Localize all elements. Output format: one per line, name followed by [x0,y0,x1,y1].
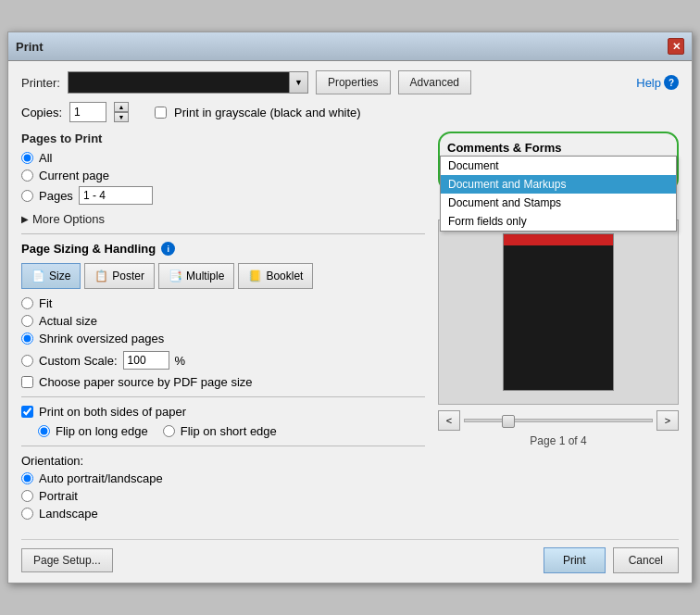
multiple-button[interactable]: 📑 Multiple [158,263,234,289]
landscape-label: Landscape [39,507,98,521]
grayscale-label: Print in grayscale (black and white) [174,106,361,119]
cancel-button[interactable]: Cancel [613,547,679,573]
copies-down[interactable]: ▼ [114,112,129,122]
grayscale-checkbox[interactable] [155,107,167,119]
actual-size-label: Actual size [39,314,97,328]
custom-scale-radio[interactable] [21,355,33,367]
landscape-radio[interactable] [21,508,33,520]
poster-button[interactable]: 📋 Poster [84,263,155,289]
preview-page [503,233,614,391]
pages-radio[interactable] [21,190,33,202]
actual-size-radio[interactable] [21,315,33,327]
copies-spinner: ▲ ▼ [114,102,129,122]
auto-orientation-label: Auto portrait/landscape [39,471,163,485]
properties-button[interactable]: Properties [316,70,391,94]
flip-long-label: Flip on long edge [56,424,148,438]
comments-forms-title: Comments & Forms [447,141,669,155]
print-button[interactable]: Print [544,547,606,573]
current-radio-item[interactable]: Current page [21,169,425,182]
preview-page-inner [504,234,613,390]
pdf-page-size-label: Choose paper source by PDF page size [39,375,253,389]
flip-long-radio[interactable] [38,425,50,437]
dropdown-item-markups[interactable]: Document and Markups [441,175,676,194]
preview-slider[interactable] [464,419,653,422]
flip-long-radio-item[interactable]: Flip on long edge [38,424,148,438]
flip-short-radio-item[interactable]: Flip on short edge [163,424,277,438]
help-link[interactable]: Help ? [636,75,679,90]
auto-orientation-radio[interactable] [21,472,33,484]
comments-forms-section: Comments & Forms Document Document and M… [438,132,679,210]
page-sizing-title: Page Sizing & Handling [21,242,156,256]
comments-forms-dropdown-menu: Document Document and Markups Document a… [440,156,677,232]
bottom-buttons: Page Setup... Print Cancel [21,539,679,573]
page-sizing-header: Page Sizing & Handling i [21,242,425,256]
advanced-button[interactable]: Advanced [398,70,471,94]
pages-section-title: Pages to Print [21,132,425,145]
page-sizing-section: Page Sizing & Handling i 📄 Size 📋 Poster [21,242,425,389]
copies-up[interactable]: ▲ [114,102,129,112]
close-button[interactable]: ✕ [668,38,684,55]
preview-next-button[interactable]: > [656,410,679,431]
portrait-radio-item[interactable]: Portrait [21,489,425,503]
actual-size-radio-item[interactable]: Actual size [21,314,425,328]
more-options[interactable]: ▶ More Options [21,212,425,226]
size-button[interactable]: 📄 Size [21,263,81,289]
booklet-button[interactable]: 📒 Booklet [238,263,313,289]
copies-input[interactable] [69,102,106,122]
pdf-page-size-row: Choose paper source by PDF page size [21,375,425,389]
all-radio[interactable] [21,152,33,164]
booklet-icon: 📒 [248,270,262,282]
pages-range-input[interactable] [79,186,153,205]
dropdown-item-document[interactable]: Document [441,157,676,175]
help-label: Help [636,76,661,90]
pages-radio-item[interactable]: Pages [21,189,73,203]
portrait-radio[interactable] [21,490,33,502]
left-panel: Pages to Print All Current page [21,132,425,528]
more-options-arrow: ▶ [21,214,29,224]
all-radio-item[interactable]: All [21,151,425,165]
printer-select-wrapper[interactable]: ▼ [68,71,308,94]
copies-row: Copies: ▲ ▼ Print in grayscale (black an… [21,102,679,122]
landscape-radio-item[interactable]: Landscape [21,507,425,521]
dropdown-item-form-fields[interactable]: Form fields only [441,212,676,231]
size-buttons-group: 📄 Size 📋 Poster 📑 Multiple 📒 [21,263,425,289]
flip-short-radio[interactable] [163,425,175,437]
pages-radio-group: All Current page Pages [21,151,425,205]
both-sides-row: Print on both sides of paper [21,405,425,419]
preview-prev-button[interactable]: < [438,410,460,431]
all-label: All [39,151,52,165]
fit-radio[interactable] [21,297,33,309]
both-sides-checkbox[interactable] [21,406,33,418]
orientation-radio-group: Auto portrait/landscape Portrait Landsca… [21,471,425,521]
print-cancel-group: Print Cancel [544,547,679,573]
duplex-section: Print on both sides of paper Flip on lon… [21,405,425,438]
dialog-body: Printer: ▼ Properties Advanced Help ? Co… [8,61,692,583]
shrink-radio[interactable] [21,333,33,345]
custom-scale-label: Custom Scale: [39,354,118,368]
title-bar: Print ✕ [8,32,692,61]
fit-radio-item[interactable]: Fit [21,296,425,310]
size-label: Size [49,270,70,282]
current-label: Current page [39,169,109,182]
page-setup-button[interactable]: Page Setup... [21,548,113,572]
printer-dropdown-arrow[interactable]: ▼ [289,72,307,93]
pages-to-print-section: Pages to Print All Current page [21,132,425,226]
portrait-label: Portrait [39,489,78,503]
shrink-radio-item[interactable]: Shrink oversized pages [21,332,425,345]
more-options-label: More Options [32,212,105,226]
auto-orientation-radio-item[interactable]: Auto portrait/landscape [21,471,425,485]
preview-slider-thumb[interactable] [502,415,515,428]
dropdown-item-stamps[interactable]: Document and Stamps [441,194,676,212]
right-panel: Comments & Forms Document Document and M… [438,132,679,528]
scale-input[interactable] [123,351,169,370]
printer-select[interactable] [69,72,289,93]
size-icon: 📄 [31,270,45,282]
current-radio[interactable] [21,169,33,182]
preview-header-bar [504,234,613,245]
info-icon[interactable]: i [161,242,175,256]
page-indicator: Page 1 of 4 [438,434,679,447]
custom-scale-radio-item[interactable]: Custom Scale: [21,354,118,368]
printer-label: Printer: [21,76,60,90]
pdf-page-size-checkbox[interactable] [21,376,33,388]
orientation-title: Orientation: [21,454,425,468]
